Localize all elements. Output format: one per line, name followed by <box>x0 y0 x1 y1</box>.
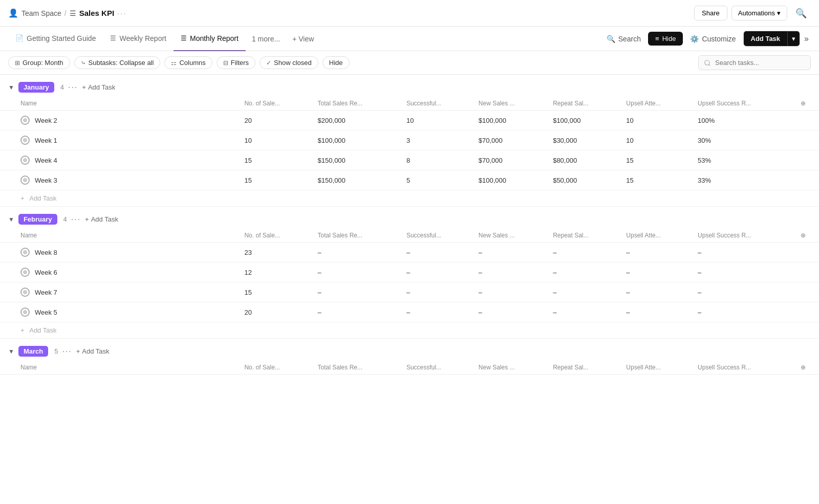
task-col-3: $100,000 <box>475 111 549 130</box>
add-column-jan[interactable]: ⊕ <box>796 97 819 111</box>
task-col-5: – <box>622 282 694 302</box>
task-status-icon[interactable] <box>20 156 30 165</box>
march-add-task-button[interactable]: + Add Task <box>76 347 110 355</box>
task-name-cell: Week 2 <box>0 111 240 130</box>
task-col-2: – <box>402 302 475 322</box>
filters-chip-icon: ⊟ <box>223 59 228 67</box>
hide-label: Hide <box>662 35 676 42</box>
tab-weekly-report[interactable]: ☰ Weekly Report <box>103 27 174 51</box>
tab-more[interactable]: 1 more... <box>246 35 286 43</box>
task-name[interactable]: Week 1 <box>35 137 57 144</box>
group-month-chip[interactable]: ⊞ Group: Month <box>8 56 70 69</box>
columns-chip[interactable]: ⚏ Columns <box>164 56 212 69</box>
task-col-3: $100,000 <box>475 170 549 190</box>
january-label[interactable]: January <box>18 82 54 93</box>
task-name[interactable]: Week 2 <box>35 117 57 124</box>
automations-button[interactable]: Automations ▾ <box>731 6 787 20</box>
col-total-jan: Total Sales Re... <box>314 97 402 111</box>
task-col-2: 3 <box>402 130 475 150</box>
add-task-dropdown-button[interactable]: ▾ <box>787 31 800 46</box>
hide-chip-label: Hide <box>329 59 343 67</box>
task-status-icon[interactable] <box>20 176 30 185</box>
group-february-header[interactable]: ▼ February 4 ··· + Add Task <box>0 207 819 229</box>
add-task-row-february[interactable]: + Add Task <box>0 322 819 339</box>
january-chevron-icon: ▼ <box>8 84 14 91</box>
tab-monthly-report[interactable]: ☰ Monthly Report <box>174 27 246 51</box>
task-name[interactable]: Week 7 <box>35 289 57 296</box>
table-row: Week 1 10 $100,000 3 $70,000 $30,000 10 … <box>0 130 819 150</box>
add-view-label: + View <box>292 35 314 43</box>
subtasks-chip-icon: ⤷ <box>81 59 86 67</box>
table-row: Week 4 15 $150,000 8 $70,000 $80,000 15 … <box>0 150 819 170</box>
customize-button[interactable]: ⚙️ Customize <box>685 33 741 45</box>
table-row: Week 5 20 – – – – – – <box>0 302 819 322</box>
group-march-header[interactable]: ▼ March 5 ··· + Add Task <box>0 339 819 361</box>
hide-chip[interactable]: Hide <box>322 56 350 69</box>
task-col-6: 53% <box>694 150 796 170</box>
hide-button[interactable]: ≡ Hide <box>648 32 683 46</box>
show-closed-label: Show closed <box>274 59 312 67</box>
march-label[interactable]: March <box>18 346 48 357</box>
add-task-row-icon: + <box>20 194 25 202</box>
add-column-feb[interactable]: ⊕ <box>796 229 819 243</box>
march-add-icon: + <box>76 347 80 355</box>
group-chip-icon: ⊞ <box>15 59 20 67</box>
breadcrumb-separator: / <box>64 9 67 17</box>
task-col-1: – <box>314 282 402 302</box>
february-more-button[interactable]: ··· <box>71 215 81 224</box>
expand-tabs-button[interactable]: » <box>802 32 811 46</box>
col-repeat-feb: Repeat Sal... <box>549 229 622 243</box>
task-name[interactable]: Week 8 <box>35 249 57 256</box>
group-march: ▼ March 5 ··· + Add Task Name No. of Sal… <box>0 339 819 375</box>
add-column-mar[interactable]: ⊕ <box>796 361 819 375</box>
task-col-4: – <box>549 282 622 302</box>
task-col-1: – <box>314 262 402 282</box>
task-name[interactable]: Week 4 <box>35 157 57 164</box>
table-row: Week 3 15 $150,000 5 $100,000 $50,000 15… <box>0 170 819 190</box>
task-col-1: – <box>314 243 402 262</box>
january-add-task-button[interactable]: + Add Task <box>82 83 115 91</box>
task-status-icon[interactable] <box>20 136 30 145</box>
add-task-row-january[interactable]: + Add Task <box>0 190 819 207</box>
group-january: ▼ January 4 ··· + Add Task Name No. of S… <box>0 75 819 207</box>
march-more-button[interactable]: ··· <box>62 347 72 356</box>
team-space-link[interactable]: Team Space <box>21 9 61 17</box>
february-count: 4 <box>63 215 67 223</box>
task-status-icon[interactable] <box>20 268 30 277</box>
tab-getting-started[interactable]: 📄 Getting Started Guide <box>8 27 103 51</box>
col-sales-feb: No. of Sale... <box>240 229 313 243</box>
task-status-icon[interactable] <box>20 288 30 297</box>
january-more-button[interactable]: ··· <box>68 83 78 92</box>
col-newsales-mar: New Sales ... <box>475 361 549 375</box>
subtasks-chip[interactable]: ⤷ Subtasks: Collapse all <box>74 56 161 69</box>
top-search-icon-button[interactable]: 🔍 <box>791 6 811 21</box>
task-status-icon[interactable] <box>20 308 30 317</box>
main-content: ▼ January 4 ··· + Add Task Name No. of S… <box>0 75 819 375</box>
task-name[interactable]: Week 5 <box>35 309 57 316</box>
add-task-row-icon: + <box>20 326 25 334</box>
february-label[interactable]: February <box>18 214 57 225</box>
group-january-header[interactable]: ▼ January 4 ··· + Add Task <box>0 75 819 97</box>
filters-chip[interactable]: ⊟ Filters <box>217 56 255 69</box>
task-status-icon[interactable] <box>20 248 30 257</box>
task-col-3: $70,000 <box>475 130 549 150</box>
task-name[interactable]: Week 3 <box>35 177 57 184</box>
show-closed-chip[interactable]: ✓ Show closed <box>260 56 318 69</box>
task-status-icon[interactable] <box>20 116 30 125</box>
table-row: Week 7 15 – – – – – – <box>0 282 819 302</box>
add-task-main-button[interactable]: Add Task <box>744 31 788 46</box>
march-table: Name No. of Sale... Total Sales Re... Su… <box>0 361 819 375</box>
add-view-button[interactable]: + View <box>286 35 320 43</box>
task-col-0: 20 <box>240 111 313 130</box>
search-tasks-input[interactable] <box>698 55 811 70</box>
task-name[interactable]: Week 6 <box>35 269 57 276</box>
tab-doc-icon: 📄 <box>15 34 24 42</box>
col-name-jan: Name <box>0 97 240 111</box>
task-col-1: $150,000 <box>314 150 402 170</box>
doc-more-button[interactable]: ··· <box>117 9 127 17</box>
february-add-task-button[interactable]: + Add Task <box>85 215 118 223</box>
search-tab-button[interactable]: 🔍 Search <box>601 33 646 45</box>
task-name-cell: Week 7 <box>0 282 240 302</box>
task-col-4: $30,000 <box>549 130 622 150</box>
share-button[interactable]: Share <box>694 6 727 20</box>
